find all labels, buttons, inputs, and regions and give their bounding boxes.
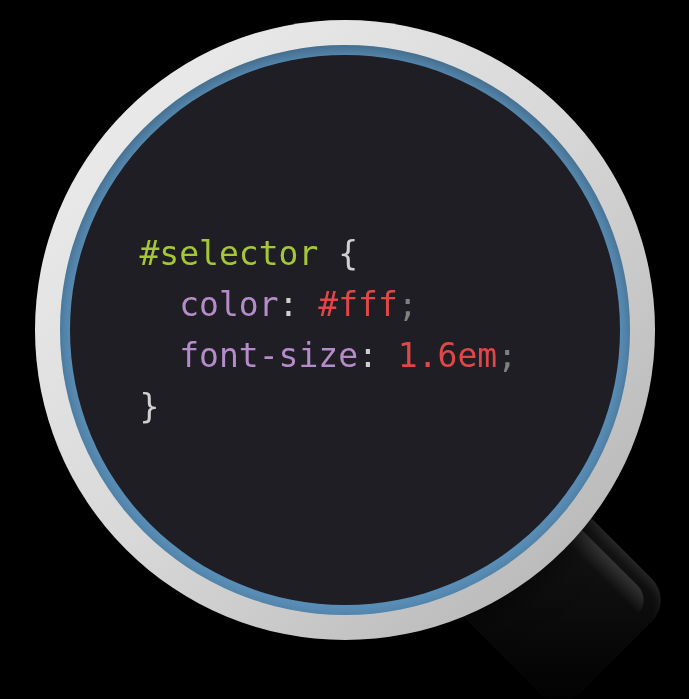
css-property: color (179, 285, 278, 324)
css-value: #fff (318, 285, 397, 324)
brace-open: { (318, 234, 358, 273)
css-selector: #selector (140, 234, 319, 273)
brace-close: } (140, 387, 160, 426)
magnifying-glass-icon: #selector { color: #fff; font-size: 1.6e… (35, 20, 655, 640)
css-code-block: #selector { color: #fff; font-size: 1.6e… (140, 228, 518, 433)
css-value: 1.6em (398, 336, 497, 375)
css-property: font-size (179, 336, 358, 375)
magnifier-lens: #selector { color: #fff; font-size: 1.6e… (70, 55, 620, 605)
